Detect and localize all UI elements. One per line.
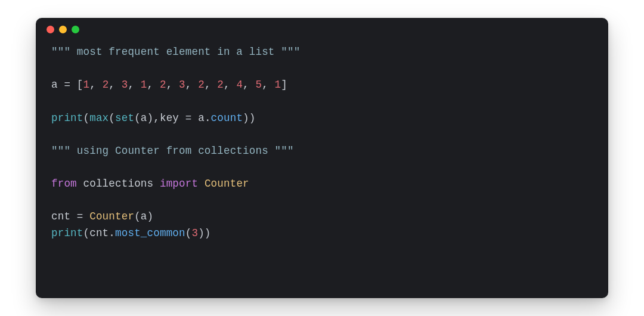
code-token: print xyxy=(51,227,83,239)
code-token: from xyxy=(51,178,77,190)
minimize-icon[interactable] xyxy=(59,26,67,33)
code-line: print(max(set(a),key = a.count)) xyxy=(51,110,593,127)
code-line xyxy=(51,159,593,176)
code-token: )) xyxy=(198,227,210,239)
code-token: 3 xyxy=(179,79,185,91)
code-token: 4 xyxy=(236,79,243,91)
code-token xyxy=(77,178,83,190)
code-token: 3 xyxy=(191,227,198,239)
code-token xyxy=(198,178,205,190)
code-token: , xyxy=(185,79,198,91)
code-token: , xyxy=(224,79,236,91)
code-token: ( xyxy=(109,112,115,124)
code-line xyxy=(51,94,593,110)
code-token: a xyxy=(51,79,58,91)
code-token: 2 xyxy=(198,79,205,91)
code-token: ) xyxy=(147,210,154,222)
code-token: , xyxy=(147,79,160,91)
close-icon[interactable] xyxy=(47,26,54,33)
code-line: a = [1, 2, 3, 1, 2, 3, 2, 2, 4, 5, 1] xyxy=(51,77,593,94)
code-token: key xyxy=(160,112,179,124)
code-line: cnt = Counter(a) xyxy=(51,209,593,225)
code-token: . xyxy=(205,112,211,124)
code-token: [ xyxy=(77,79,83,91)
code-token: ), xyxy=(147,112,160,124)
code-token: ( xyxy=(134,210,141,222)
code-token: 2 xyxy=(217,79,224,91)
code-token: = xyxy=(70,210,89,222)
code-token: import xyxy=(160,178,198,190)
zoom-icon[interactable] xyxy=(72,26,79,33)
window-titlebar xyxy=(36,18,608,41)
code-line: """ using Counter from collections """ xyxy=(51,143,593,160)
code-token: = xyxy=(58,79,77,91)
code-token: , xyxy=(128,79,140,91)
code-token: ( xyxy=(83,112,90,124)
code-token: print xyxy=(51,112,83,124)
code-token: """ most frequent element in a list """ xyxy=(51,46,300,58)
code-line xyxy=(51,61,593,78)
code-window: """ most frequent element in a list """ … xyxy=(36,18,608,298)
code-token: )) xyxy=(243,112,255,124)
code-token: a xyxy=(141,112,147,124)
code-token: = xyxy=(179,112,198,124)
code-token: , xyxy=(89,79,102,91)
code-token: , xyxy=(205,79,217,91)
code-token: ] xyxy=(281,79,287,91)
code-token: set xyxy=(115,112,134,124)
code-token: ( xyxy=(83,227,90,239)
code-token: a xyxy=(198,112,205,124)
code-token: 1 xyxy=(83,79,90,91)
code-token: cnt xyxy=(89,227,109,239)
code-token: most_common xyxy=(115,227,185,239)
code-token: collections xyxy=(83,178,154,190)
code-token: 5 xyxy=(256,79,262,91)
code-line xyxy=(51,126,593,143)
code-token: cnt xyxy=(51,210,70,222)
code-token: ( xyxy=(134,112,141,124)
code-line: print(cnt.most_common(3)) xyxy=(51,225,593,242)
code-token: count xyxy=(211,112,243,124)
code-token: , xyxy=(262,79,274,91)
code-token: a xyxy=(141,210,147,222)
code-token: , xyxy=(243,79,255,91)
code-token: . xyxy=(109,227,115,239)
code-token: 3 xyxy=(122,79,128,91)
code-token: max xyxy=(89,112,109,124)
code-block: """ most frequent element in a list """ … xyxy=(36,41,608,256)
code-line: from collections import Counter xyxy=(51,176,593,193)
code-line: """ most frequent element in a list """ xyxy=(51,44,593,61)
code-token: 2 xyxy=(160,79,166,91)
code-token xyxy=(153,178,160,190)
code-token: ( xyxy=(185,227,192,239)
code-token: , xyxy=(109,79,121,91)
code-token: Counter xyxy=(205,178,249,190)
code-line xyxy=(51,193,593,209)
code-token: """ using Counter from collections """ xyxy=(51,145,294,157)
code-token: , xyxy=(166,79,179,91)
code-token: 2 xyxy=(103,79,109,91)
code-token: 1 xyxy=(275,79,281,91)
code-token: Counter xyxy=(89,210,134,222)
code-token: 1 xyxy=(141,79,147,91)
